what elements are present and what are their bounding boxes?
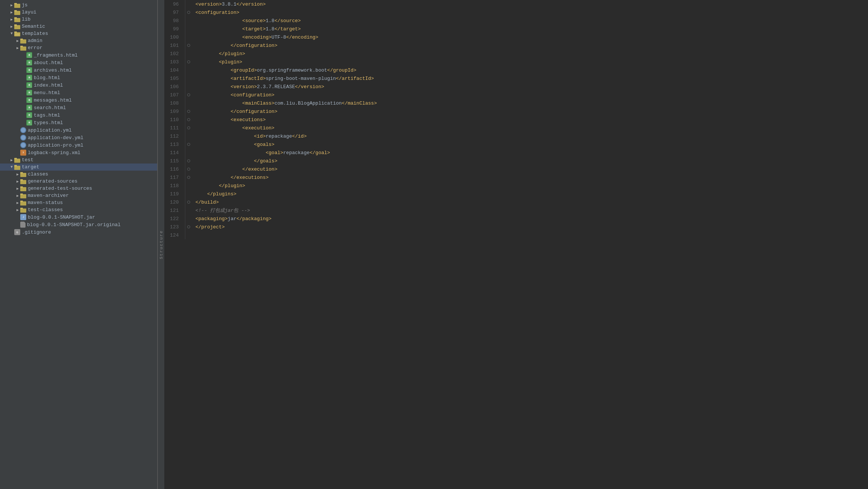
tree-item-js[interactable]: ▶ js	[0, 2, 157, 9]
label-classes: classes	[28, 171, 48, 177]
code-line-99: 99 <target>1.8</target>	[164, 25, 868, 33]
line-gutter	[185, 33, 192, 41]
code-line-97: 97<configuration>	[164, 8, 868, 16]
line-number: 103	[164, 58, 185, 66]
tree-item-jar-original[interactable]: blog-0.0.1-SNAPSHOT.jar.original	[0, 221, 157, 228]
gutter-dot	[187, 176, 190, 179]
tree-item-layui[interactable]: ▶ layui	[0, 9, 157, 16]
tree-item-maven-status[interactable]: ▶ maven-status	[0, 199, 157, 206]
tree-item-application-dev-yml[interactable]: application-dev.yml	[0, 134, 157, 141]
code-line-114: 114 <goal>repackage</goal>	[164, 148, 868, 157]
label-fragments: _fragments.html	[34, 52, 78, 58]
token-tag: <goal>	[266, 150, 283, 156]
tree-item-generated-test-sources[interactable]: ▶ generated-test-sources	[0, 185, 157, 192]
token-tag: </plugin>	[219, 51, 245, 57]
tree-item-types[interactable]: H types.html	[0, 119, 157, 126]
code-content: </goals>	[192, 157, 868, 165]
code-content: <mainClass>com.liu.BlogApplication</main…	[192, 99, 868, 107]
token-text: jar	[228, 216, 236, 222]
tree-item-index[interactable]: H index.html	[0, 81, 157, 89]
arrow-none16	[15, 222, 20, 227]
code-line-123: 123</project>	[164, 223, 868, 231]
label-target: target	[22, 164, 39, 170]
svg-rect-23	[20, 186, 23, 188]
folder-icon-maven-status	[20, 200, 26, 206]
tree-item-error[interactable]: ▶ error	[0, 44, 157, 51]
line-number: 100	[164, 33, 185, 41]
tree-item-logback[interactable]: X logback-spring.xml	[0, 149, 157, 156]
line-number: 108	[164, 99, 185, 107]
file-icon-original	[20, 222, 26, 228]
arrow-templates: ▼	[9, 31, 14, 36]
token-text: 3.8.1	[222, 2, 236, 7]
gutter-dot	[187, 44, 190, 47]
token-text: 1.8	[266, 18, 274, 24]
tree-item-generated-sources[interactable]: ▶ generated-sources	[0, 178, 157, 185]
code-content: <executions>	[192, 116, 868, 124]
line-number: 104	[164, 66, 185, 74]
tree-item-tags[interactable]: H tags.html	[0, 111, 157, 119]
line-number: 98	[164, 16, 185, 25]
code-content: </execution>	[192, 165, 868, 173]
tree-item-maven-archiver[interactable]: ▶ maven-archiver	[0, 192, 157, 199]
folder-icon-js	[14, 3, 20, 8]
line-gutter	[185, 99, 192, 107]
arrow-none13	[15, 142, 20, 148]
token-tag: </build>	[195, 200, 219, 205]
tree-item-menu[interactable]: H menu.html	[0, 89, 157, 96]
line-gutter	[185, 173, 192, 182]
gutter-dot	[187, 143, 190, 146]
tree-item-classes[interactable]: ▶ classes	[0, 171, 157, 178]
tree-item-search[interactable]: H search.html	[0, 104, 157, 111]
label-logback: logback-spring.xml	[28, 150, 80, 156]
tree-item-archives[interactable]: H archives.html	[0, 66, 157, 74]
code-content: <artifactId>spring-boot-maven-plugin</ar…	[192, 74, 868, 82]
arrow-none11	[15, 128, 20, 133]
folder-icon-generated-test-sources	[20, 186, 26, 191]
token-tag: </project>	[195, 224, 225, 230]
tree-item-messages[interactable]: H messages.html	[0, 96, 157, 104]
tree-item-admin[interactable]: ▶ admin	[0, 37, 157, 44]
structure-panel-label: Structure	[158, 0, 164, 489]
label-about: about.html	[34, 60, 63, 66]
tree-item-lib[interactable]: ▶ lib	[0, 16, 157, 23]
html-icon-archives: H	[26, 67, 32, 73]
tree-item-test[interactable]: ▶ test	[0, 156, 157, 164]
code-content: <goal>repackage</goal>	[192, 148, 868, 157]
code-content: <target>1.8</target>	[192, 25, 868, 33]
tree-item-application-pro-yml[interactable]: application-pro.yml	[0, 141, 157, 149]
label-maven-archiver: maven-archiver	[28, 193, 69, 198]
token-tag: </goals>	[254, 158, 277, 164]
tree-item-about[interactable]: H about.html	[0, 59, 157, 66]
file-tree[interactable]: ▶ js ▶ layui ▶ lib ▶ Semantic ▼ template…	[0, 0, 158, 489]
label-jar: blog-0.0.1-SNAPSHOT.jar	[28, 214, 95, 220]
gutter-dot	[187, 159, 190, 162]
arrow-none15	[15, 214, 20, 220]
svg-rect-29	[20, 208, 23, 209]
tree-item-fragments[interactable]: H _fragments.html	[0, 51, 157, 59]
tree-item-jar[interactable]: J blog-0.0.1-SNAPSHOT.jar	[0, 213, 157, 221]
tree-item-gitignore[interactable]: G .gitignore	[0, 228, 157, 236]
arrow-admin: ▶	[15, 38, 20, 44]
html-icon-menu: H	[26, 90, 32, 96]
arrow-test: ▶	[9, 158, 14, 163]
label-semantic: Semantic	[22, 24, 45, 29]
code-line-105: 105 <artifactId>spring-boot-maven-plugin…	[164, 74, 868, 82]
folder-icon-classes	[20, 172, 26, 177]
token-tag: </configuration>	[231, 43, 278, 48]
line-gutter	[185, 66, 192, 74]
tree-item-blog[interactable]: H blog.html	[0, 74, 157, 81]
tree-item-application-yml[interactable]: application.yml	[0, 126, 157, 134]
line-gutter	[185, 82, 192, 91]
arrow-none17	[9, 230, 14, 235]
code-content: <execution>	[192, 124, 868, 132]
code-line-112: 112 <id>repackage</id>	[164, 132, 868, 140]
tree-item-target[interactable]: ▼ target	[0, 164, 157, 171]
arrow-none10	[21, 120, 26, 125]
code-line-120: 120</build>	[164, 198, 868, 206]
token-tag: <executions>	[231, 117, 266, 123]
tree-item-templates[interactable]: ▼ templates	[0, 30, 157, 37]
tree-item-test-classes[interactable]: ▶ test-classes	[0, 206, 157, 213]
tree-item-semantic[interactable]: ▶ Semantic	[0, 23, 157, 30]
token-tag: </encoding>	[286, 34, 318, 40]
